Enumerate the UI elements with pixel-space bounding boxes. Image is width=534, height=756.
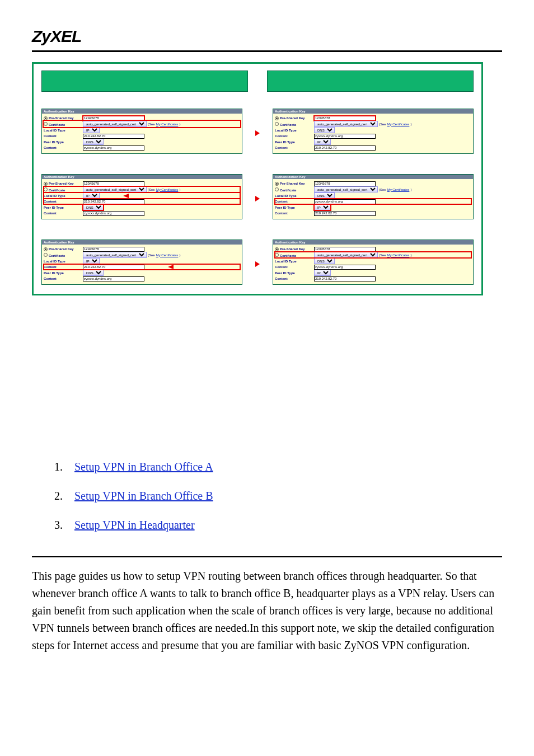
local-id-type-select[interactable]: IP xyxy=(83,192,100,199)
content-label: Content xyxy=(44,265,83,269)
content-label-2: Content xyxy=(44,212,83,215)
local-id-type-select[interactable]: DNS xyxy=(314,127,335,133)
content-label-2: Content xyxy=(275,146,314,149)
psk-label: Pre-Shared Key xyxy=(49,182,74,185)
local-content-input[interactable] xyxy=(83,134,144,139)
radio-cert[interactable] xyxy=(44,122,48,126)
local-content-input[interactable] xyxy=(314,134,376,139)
radio-cert[interactable] xyxy=(275,122,279,126)
diagram-container: Authentication Key Pre-Shared Key Certif… xyxy=(32,62,483,295)
cert-label: Certificate xyxy=(49,189,65,192)
see-tail: ) xyxy=(410,123,411,126)
local-id-type-label: Local ID Type xyxy=(44,260,83,263)
cert-label: Certificate xyxy=(280,189,296,192)
local-id-type-label: Local ID Type xyxy=(275,194,314,198)
arrow-left-icon xyxy=(168,265,174,269)
my-certificates-link[interactable]: My Certificates xyxy=(387,123,410,126)
list-number: 1. xyxy=(54,452,74,481)
local-content-input[interactable] xyxy=(314,265,376,270)
peer-content-input[interactable] xyxy=(314,276,376,281)
divider xyxy=(32,556,502,557)
local-id-type-select[interactable]: DNS xyxy=(314,258,335,264)
local-id-type-label: Local ID Type xyxy=(44,129,83,132)
panel-header: Authentication Key xyxy=(42,175,242,179)
psk-input[interactable] xyxy=(83,116,144,121)
panel-header: Authentication Key xyxy=(42,109,242,114)
my-certificates-link[interactable]: My Certificates xyxy=(156,123,179,126)
radio-psk[interactable] xyxy=(275,116,279,120)
content-label: Content xyxy=(275,134,314,138)
vpn-headquarter-link[interactable]: Setup VPN in Headquarter xyxy=(74,519,195,531)
content-label: Content xyxy=(275,200,314,203)
peer-id-type-select[interactable]: DNS xyxy=(83,204,104,210)
local-id-type-select[interactable]: DNS xyxy=(314,192,335,199)
radio-cert[interactable] xyxy=(275,187,279,191)
radio-psk[interactable] xyxy=(44,116,48,120)
radio-cert[interactable] xyxy=(44,253,48,257)
psk-input[interactable] xyxy=(83,247,144,252)
cert-select[interactable]: auto_generated_self_signed_cert xyxy=(314,252,378,258)
peer-id-type-label: Peer ID Type xyxy=(44,140,83,144)
psk-label: Pre-Shared Key xyxy=(280,116,305,120)
local-content-input[interactable] xyxy=(314,199,376,204)
psk-label: Pre-Shared Key xyxy=(280,247,305,251)
peer-id-type-label: Peer ID Type xyxy=(44,206,83,209)
cert-select[interactable]: auto_generated_self_signed_cert xyxy=(314,186,378,192)
local-content-input[interactable] xyxy=(83,265,144,270)
cert-select[interactable]: auto_generated_self_signed_cert xyxy=(83,186,147,192)
content-label-2: Content xyxy=(44,146,83,149)
peer-id-type-select[interactable]: IP xyxy=(314,139,331,145)
radio-cert[interactable] xyxy=(275,253,279,257)
auth-panel: Authentication Key Pre-Shared Key Certif… xyxy=(273,174,474,219)
psk-input[interactable] xyxy=(314,116,376,121)
panel-header: Authentication Key xyxy=(273,109,473,114)
my-certificates-link[interactable]: My Certificates xyxy=(156,188,179,191)
see-tail: ) xyxy=(410,253,411,257)
my-certificates-link[interactable]: My Certificates xyxy=(387,188,410,191)
cert-select[interactable]: auto_generated_self_signed_cert xyxy=(83,121,147,127)
cert-label: Certificate xyxy=(280,254,296,257)
peer-id-type-label: Peer ID Type xyxy=(275,206,314,209)
content-label: Content xyxy=(44,200,83,203)
see-tail: ) xyxy=(179,123,180,126)
arrow-right-icon xyxy=(255,196,260,201)
peer-content-input[interactable] xyxy=(83,211,144,216)
radio-psk[interactable] xyxy=(275,182,279,186)
local-content-input[interactable] xyxy=(83,199,144,204)
local-id-type-select[interactable]: IP xyxy=(83,127,100,133)
vpn-branch-b-link[interactable]: Setup VPN in Branch Office B xyxy=(74,490,213,502)
peer-id-type-select[interactable]: DNS xyxy=(83,270,104,276)
content-label-2: Content xyxy=(275,212,314,215)
peer-content-input[interactable] xyxy=(314,211,376,216)
local-id-type-select[interactable]: IP xyxy=(83,258,100,264)
vpn-branch-a-link[interactable]: Setup VPN in Branch Office A xyxy=(74,461,213,473)
peer-id-type-label: Peer ID Type xyxy=(44,271,83,275)
peer-id-type-select[interactable]: IP xyxy=(314,270,331,276)
cert-label: Certificate xyxy=(280,123,296,126)
peer-id-type-label: Peer ID Type xyxy=(275,140,314,144)
auth-panel: Authentication Key Pre-Shared Key Certif… xyxy=(41,174,242,219)
peer-content-input[interactable] xyxy=(314,145,376,151)
psk-input[interactable] xyxy=(314,247,376,252)
peer-content-input[interactable] xyxy=(83,276,144,281)
content-label-2: Content xyxy=(275,277,314,280)
list-number: 3. xyxy=(54,510,74,539)
radio-psk[interactable] xyxy=(44,182,48,186)
content-label: Content xyxy=(44,134,83,138)
psk-input[interactable] xyxy=(314,181,376,186)
my-certificates-link[interactable]: My Certificates xyxy=(156,253,179,257)
cert-select[interactable]: auto_generated_self_signed_cert xyxy=(314,121,378,127)
psk-label: Pre-Shared Key xyxy=(280,182,305,185)
peer-content-input[interactable] xyxy=(83,145,144,151)
radio-cert[interactable] xyxy=(44,187,48,191)
see-tail: ) xyxy=(179,253,180,257)
local-id-type-label: Local ID Type xyxy=(44,194,83,198)
peer-id-type-select[interactable]: IP xyxy=(314,204,331,210)
radio-psk[interactable] xyxy=(44,247,48,251)
peer-id-type-select[interactable]: DNS xyxy=(83,139,104,145)
radio-psk[interactable] xyxy=(275,247,279,251)
cert-select[interactable]: auto_generated_self_signed_cert xyxy=(83,252,147,258)
psk-input[interactable] xyxy=(83,181,144,186)
see-prefix: (See xyxy=(379,188,386,191)
my-certificates-link[interactable]: My Certificates xyxy=(387,253,410,257)
